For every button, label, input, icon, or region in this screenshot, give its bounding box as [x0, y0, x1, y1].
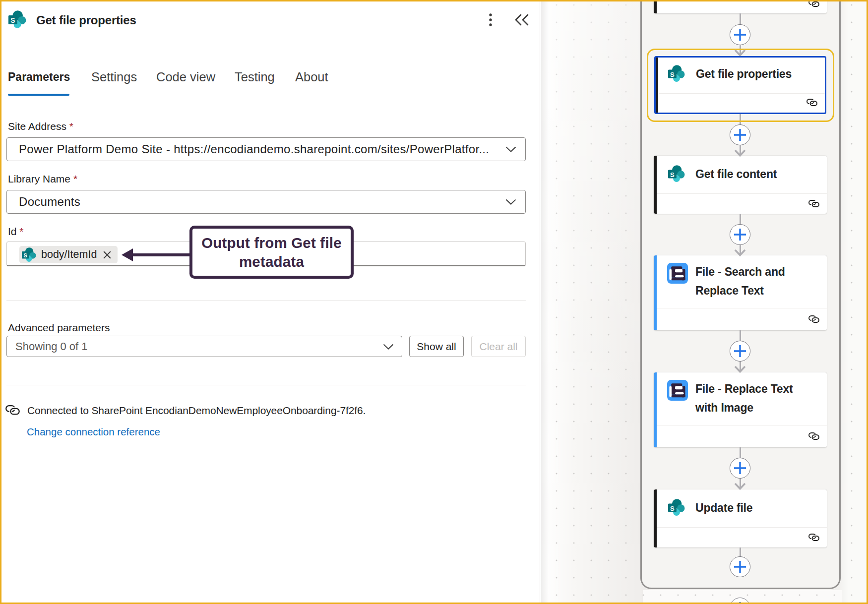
svg-text:S: S	[23, 252, 27, 258]
svg-text:S: S	[670, 71, 675, 78]
svg-text:S: S	[10, 17, 15, 24]
svg-text:S: S	[670, 171, 675, 179]
svg-text:S: S	[670, 505, 675, 512]
